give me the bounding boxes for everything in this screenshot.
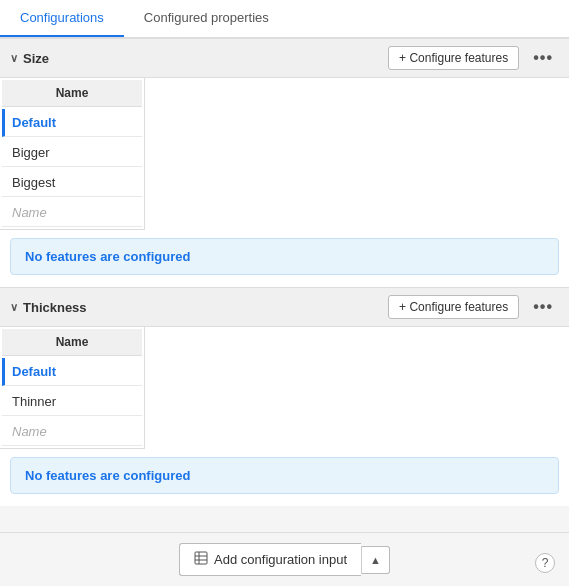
size-table: Name Default Bigger Biggest Name: [0, 78, 145, 230]
thickness-more-button[interactable]: •••: [527, 296, 559, 318]
thickness-title-label: Thickness: [23, 300, 87, 315]
tab-configurations[interactable]: Configurations: [0, 0, 124, 37]
size-row-bigger[interactable]: Bigger: [2, 139, 142, 167]
size-section-title: ∨ Size: [10, 51, 49, 66]
size-actions: + Configure features •••: [388, 46, 559, 70]
thickness-row-thinner[interactable]: Thinner: [2, 388, 142, 416]
thickness-section-header: ∨ Thickness + Configure features •••: [0, 287, 569, 327]
size-more-button[interactable]: •••: [527, 47, 559, 69]
thickness-chevron-icon: ∨: [10, 301, 18, 314]
bottom-toolbar: Add configuration input ▲ ?: [0, 532, 569, 586]
thickness-section: ∨ Thickness + Configure features ••• Nam…: [0, 287, 569, 506]
thickness-actions: + Configure features •••: [388, 295, 559, 319]
size-chevron-icon: ∨: [10, 52, 18, 65]
thickness-section-title: ∨ Thickness: [10, 300, 87, 315]
add-configuration-dropdown-button[interactable]: ▲: [361, 546, 390, 574]
thickness-no-features-banner: No features are configured: [10, 457, 559, 494]
size-title-label: Size: [23, 51, 49, 66]
add-configuration-input-button[interactable]: Add configuration input: [179, 543, 361, 576]
svg-rect-0: [195, 552, 207, 564]
size-no-features-banner: No features are configured: [10, 238, 559, 275]
size-row-default[interactable]: Default: [2, 109, 142, 137]
tab-configured-properties[interactable]: Configured properties: [124, 0, 289, 37]
size-section-body: Name Default Bigger Biggest Name No feat…: [0, 78, 569, 287]
size-section: ∨ Size + Configure features ••• Name Def…: [0, 38, 569, 287]
table-icon: [194, 551, 208, 568]
thickness-section-body: Name Default Thinner Name No features ar…: [0, 327, 569, 506]
size-row-name-placeholder[interactable]: Name: [2, 199, 142, 227]
thickness-row-default[interactable]: Default: [2, 358, 142, 386]
thickness-table-header: Name: [2, 329, 142, 356]
thickness-configure-features-button[interactable]: + Configure features: [388, 295, 519, 319]
help-button[interactable]: ?: [535, 553, 555, 573]
size-table-header: Name: [2, 80, 142, 107]
thickness-row-name-placeholder[interactable]: Name: [2, 418, 142, 446]
add-configuration-input-label: Add configuration input: [214, 552, 347, 567]
size-row-biggest[interactable]: Biggest: [2, 169, 142, 197]
size-section-header: ∨ Size + Configure features •••: [0, 38, 569, 78]
tab-bar: Configurations Configured properties: [0, 0, 569, 38]
size-configure-features-button[interactable]: + Configure features: [388, 46, 519, 70]
thickness-table: Name Default Thinner Name: [0, 327, 145, 449]
